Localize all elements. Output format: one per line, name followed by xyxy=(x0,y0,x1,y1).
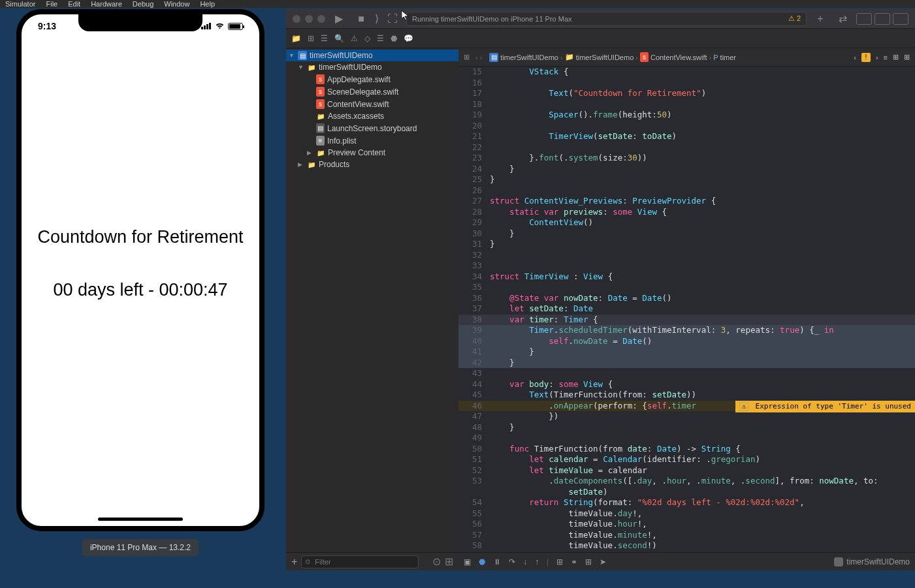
debug-process[interactable]: timerSwiftUIDemo xyxy=(834,557,910,566)
code-line[interactable]: 54 return String(format: "%02d days left… xyxy=(458,497,915,508)
code-line[interactable]: 28 static var previews: some View { xyxy=(458,207,915,218)
forward-button[interactable]: › xyxy=(480,54,483,61)
issue-nav-icon[interactable]: ⚠ xyxy=(351,34,358,43)
code-line[interactable]: 56 timeValue.hour!, xyxy=(458,519,915,530)
debug-nav-icon[interactable]: ☰ xyxy=(377,34,384,43)
code-line[interactable]: 39 Timer.scheduledTimer(withTimeInterval… xyxy=(458,325,915,336)
find-nav-icon[interactable]: 🔍 xyxy=(334,34,344,43)
project-navigator[interactable]: ▼ ▤ timerSwiftUIDemo ▼ 📁 timerSwiftUIDem… xyxy=(286,48,458,552)
code-line[interactable]: 46 .onAppear(perform: {self.timer⚠ Expre… xyxy=(458,401,915,412)
code-line[interactable]: 59 } xyxy=(458,551,915,553)
toggle-navigator[interactable] xyxy=(856,13,872,25)
code-area[interactable]: 15 VStack {1617 Text("Countdown for Reti… xyxy=(458,67,915,552)
back-button[interactable]: ‹ xyxy=(475,54,478,61)
warning-count[interactable]: ⚠ 2 xyxy=(788,14,801,23)
code-line[interactable]: 23 }.font(.system(size:30)) xyxy=(458,153,915,164)
report-nav-icon[interactable]: 💬 xyxy=(404,34,413,43)
code-line[interactable]: 30 } xyxy=(458,228,915,240)
code-line[interactable]: 52 let timeValue = calendar xyxy=(458,465,915,476)
code-line[interactable]: 41 } xyxy=(458,347,915,358)
minimize-button[interactable] xyxy=(305,15,313,23)
code-line[interactable]: 27struct ContentView_Previews: PreviewPr… xyxy=(458,196,915,207)
step-out-icon[interactable]: ↑ xyxy=(535,557,539,566)
code-line[interactable]: 21 TimerView(setDate: toDate) xyxy=(458,131,915,142)
code-line[interactable]: 53 .dateComponents([.day, .hour, .minute… xyxy=(458,476,915,487)
run-button[interactable]: ▶ xyxy=(330,12,347,25)
breakpoint-nav-icon[interactable]: ⬣ xyxy=(391,34,397,43)
code-line[interactable]: 42 } xyxy=(458,358,915,369)
jump-item[interactable]: timerSwiftUIDemo xyxy=(500,54,558,61)
code-line[interactable]: 31} xyxy=(458,239,915,250)
code-line[interactable]: 55 timeValue.day!, xyxy=(458,508,915,519)
code-line[interactable]: 24 } xyxy=(458,164,915,175)
jump-item[interactable]: timerSwiftUIDemo xyxy=(576,54,634,61)
add-editor-icon[interactable]: ⊞ xyxy=(904,53,910,61)
scm-filter-icon[interactable]: ⊞ xyxy=(445,555,453,568)
code-line[interactable]: 17 Text("Countdown for Retirement") xyxy=(458,88,915,99)
menu-item[interactable]: Edit xyxy=(68,0,80,8)
code-line[interactable]: 45 Text(TimerFunction(from: setDate)) xyxy=(458,390,915,401)
code-line[interactable]: 34struct TimerView : View { xyxy=(458,271,915,283)
items-icon[interactable]: ≡ xyxy=(884,54,888,61)
jump-back-icon[interactable]: ‹ xyxy=(854,54,856,61)
code-line[interactable]: 25} xyxy=(458,174,915,185)
folder-products[interactable]: ▶ 📁 Products xyxy=(286,159,458,170)
breakpoint-toggle-icon[interactable]: ⬣ xyxy=(479,557,485,566)
toggle-debug[interactable] xyxy=(875,13,890,25)
stop-button[interactable]: ■ xyxy=(353,12,370,25)
code-line[interactable]: 48 } xyxy=(458,422,915,433)
code-line[interactable]: 36 @State var nowDate: Date = Date() xyxy=(458,293,915,304)
toggle-inspector[interactable] xyxy=(893,13,908,25)
code-line[interactable]: 57 timeValue.minute!, xyxy=(458,530,915,541)
code-line[interactable]: 35 xyxy=(458,282,915,293)
file-appdelegate[interactable]: s AppDelegate.swift xyxy=(286,73,458,85)
project-root[interactable]: ▼ ▤ timerSwiftUIDemo xyxy=(286,50,458,61)
warning-icon[interactable]: ! xyxy=(861,53,871,62)
file-assets[interactable]: 📁 Assets.xcassets xyxy=(286,110,458,122)
file-launchscreen[interactable]: ▤ LaunchScreen.storyboard xyxy=(286,122,458,134)
code-line[interactable]: 19 Spacer().frame(height:50) xyxy=(458,110,915,121)
pause-button[interactable]: ⏸ xyxy=(493,557,501,566)
code-line[interactable]: 58 timeValue.second!) xyxy=(458,540,915,551)
project-nav-icon[interactable]: 📁 xyxy=(291,34,301,43)
home-indicator[interactable] xyxy=(98,518,183,521)
zoom-button[interactable] xyxy=(317,15,325,23)
inline-warning[interactable]: ⚠ Expression of type 'Timer' is unused xyxy=(735,401,915,413)
code-line[interactable]: 29 ContentView() xyxy=(458,217,915,228)
menu-item[interactable]: Help xyxy=(200,0,215,8)
menu-item[interactable]: Window xyxy=(164,0,189,8)
code-line[interactable]: 43 xyxy=(458,368,915,379)
step-over-icon[interactable]: ↷ xyxy=(509,557,515,566)
close-button[interactable] xyxy=(293,15,300,23)
step-into-icon[interactable]: ↓ xyxy=(523,557,527,566)
code-line[interactable]: 33 xyxy=(458,260,915,271)
assistant-icon[interactable]: ⊞ xyxy=(893,53,899,61)
source-control-nav-icon[interactable]: ⊞ xyxy=(308,34,314,43)
memory-graph-icon[interactable]: ⚭ xyxy=(571,557,577,566)
recent-files-icon[interactable]: ⊙ xyxy=(432,555,441,568)
code-review-button[interactable]: ⇄ xyxy=(834,12,851,25)
code-line[interactable]: 15 VStack { xyxy=(458,67,915,78)
code-line[interactable]: 37 let setDate: Date xyxy=(458,303,915,315)
file-scenedelegate[interactable]: s SceneDelegate.swift xyxy=(286,85,458,98)
code-line[interactable]: 32 xyxy=(458,250,915,261)
code-line[interactable]: 51 let calendar = Calendar(identifier: .… xyxy=(458,454,915,465)
menu-item[interactable]: Debug xyxy=(133,0,153,8)
jump-item[interactable]: ContentView.swift xyxy=(650,54,707,61)
menu-item[interactable]: File xyxy=(46,0,57,8)
code-line[interactable]: 22 xyxy=(458,142,915,153)
toggle-console-icon[interactable]: ▣ xyxy=(464,557,471,566)
file-contentview[interactable]: s ContentView.swift xyxy=(286,98,458,110)
filter-input[interactable] xyxy=(301,555,419,568)
debug-view-icon[interactable]: ⊞ xyxy=(556,557,563,566)
code-line[interactable]: 18 xyxy=(458,99,915,110)
code-line[interactable]: 38 var timer: Timer { xyxy=(458,315,915,326)
code-line[interactable]: setDate) xyxy=(458,487,915,498)
code-line[interactable]: 50 func TimerFunction(from date: Date) -… xyxy=(458,444,915,455)
jump-item[interactable]: timer xyxy=(720,54,736,61)
add-file-button[interactable]: + xyxy=(291,556,297,568)
scheme-selector[interactable]: ⟩ xyxy=(375,12,379,25)
code-line[interactable]: 47 }) xyxy=(458,411,915,422)
code-line[interactable]: 49 xyxy=(458,433,915,444)
code-line[interactable]: 40 self.nowDate = Date() xyxy=(458,336,915,347)
